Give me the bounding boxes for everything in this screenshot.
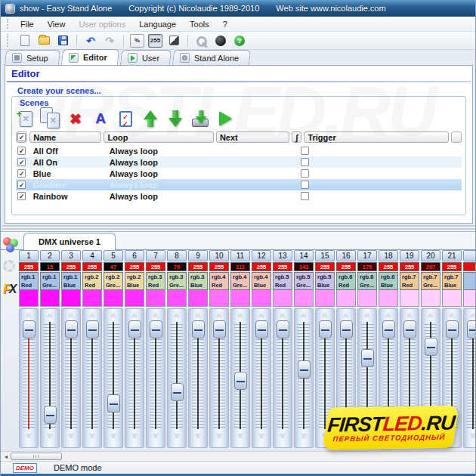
copy-scene-button[interactable]: ✕	[42, 108, 60, 129]
fader-thumb[interactable]	[425, 338, 437, 356]
fader-up-arrow[interactable]: ▲	[26, 311, 32, 320]
fader-track[interactable]	[464, 320, 476, 431]
move-scene-up-button[interactable]	[141, 108, 159, 129]
fader-track[interactable]	[83, 320, 101, 431]
column-header-trigger[interactable]: Trigger	[304, 131, 449, 143]
tab-stand-alone[interactable]: Stand Alone	[172, 50, 251, 65]
tab-editor[interactable]: Editor	[61, 49, 119, 65]
fader-up-arrow[interactable]: ▲	[385, 311, 392, 320]
redo-button[interactable]: ↷	[102, 33, 117, 48]
tab-setup[interactable]: Setup	[5, 50, 60, 65]
fader-down-arrow[interactable]: ▼	[470, 431, 476, 440]
channel-fader[interactable]: ▲ ▼	[230, 308, 250, 448]
delete-scene-button[interactable]: ✖	[66, 108, 85, 129]
scene-fade-checkbox[interactable]	[301, 147, 309, 155]
fader-thumb[interactable]	[277, 320, 289, 338]
channel-fader[interactable]: ▲ ▼	[463, 308, 476, 448]
fader-track[interactable]	[62, 320, 80, 431]
rename-scene-button[interactable]: A	[91, 108, 110, 129]
fader-track[interactable]	[125, 320, 144, 431]
scene-row[interactable]: Rainbow Always loop	[16, 190, 462, 202]
fader-thumb[interactable]	[86, 320, 99, 338]
fader-down-arrow[interactable]: ▼	[301, 431, 308, 440]
fader-thumb[interactable]	[446, 320, 459, 338]
open-file-button[interactable]	[36, 33, 51, 48]
new-file-button[interactable]	[17, 33, 32, 48]
channel-fader[interactable]: ▲ ▼	[61, 308, 81, 448]
panel-splitter[interactable]	[1, 225, 476, 231]
fader-up-arrow[interactable]: ▲	[68, 311, 75, 320]
fader-track[interactable]	[252, 320, 270, 431]
fader-up-arrow[interactable]: ▲	[470, 311, 476, 320]
percent-display-button[interactable]: %	[130, 34, 144, 48]
select-all-checkbox[interactable]	[17, 133, 26, 141]
fader-up-arrow[interactable]: ▲	[428, 311, 434, 320]
move-scene-down-button[interactable]	[166, 108, 184, 129]
fader-up-arrow[interactable]: ▲	[449, 311, 456, 320]
fader-track[interactable]	[20, 320, 38, 431]
dmx-ball-button[interactable]	[213, 33, 228, 48]
fader-down-arrow[interactable]: ▼	[258, 431, 265, 440]
column-header-next[interactable]: Next	[216, 131, 289, 143]
fader-track[interactable]	[41, 320, 59, 431]
fader-down-arrow[interactable]: ▼	[26, 431, 32, 440]
fader-thumb[interactable]	[128, 320, 141, 338]
fader-thumb[interactable]	[213, 320, 226, 338]
fader-up-arrow[interactable]: ▲	[216, 311, 223, 320]
scene-enabled-checkbox[interactable]	[17, 147, 26, 155]
scene-row[interactable]: All Off Always loop	[16, 145, 462, 156]
column-header-loop[interactable]: Loop	[104, 131, 213, 143]
column-header-name[interactable]: Name	[29, 131, 101, 143]
fader-up-arrow[interactable]: ▲	[406, 311, 413, 320]
fader-thumb[interactable]	[234, 372, 247, 390]
fader-up-arrow[interactable]: ▲	[110, 311, 117, 320]
scene-fade-checkbox[interactable]	[301, 169, 309, 178]
channel-fader[interactable]: ▲ ▼	[82, 308, 102, 448]
fader-thumb[interactable]	[382, 320, 395, 338]
channel-fader[interactable]: ▲ ▼	[273, 308, 292, 448]
scene-enabled-checkbox[interactable]	[17, 169, 26, 178]
channel-fader[interactable]: ▲ ▼	[125, 308, 144, 448]
fader-up-arrow[interactable]: ▲	[364, 311, 371, 320]
contrast-button[interactable]	[166, 33, 181, 48]
fx-icon[interactable]: FX	[3, 283, 18, 298]
fader-thumb[interactable]	[403, 320, 416, 338]
fader-down-arrow[interactable]: ▼	[89, 431, 96, 440]
undo-button[interactable]: ↶	[83, 33, 98, 48]
fader-up-arrow[interactable]: ▲	[237, 311, 244, 320]
fader-track[interactable]	[147, 320, 165, 431]
create-scenes-link[interactable]: Create your scenes...	[5, 82, 472, 95]
fader-down-arrow[interactable]: ▼	[280, 431, 286, 440]
fader-thumb[interactable]	[171, 383, 184, 401]
fader-down-arrow[interactable]: ▼	[131, 431, 138, 440]
scene-checklist-button[interactable]: ✓✓	[116, 108, 134, 129]
fader-thumb[interactable]	[467, 320, 476, 338]
fader-down-arrow[interactable]: ▼	[153, 431, 159, 440]
fader-track[interactable]	[210, 320, 228, 431]
fader-up-arrow[interactable]: ▲	[258, 311, 265, 320]
fader-track[interactable]	[168, 320, 186, 431]
select-all-header[interactable]	[16, 131, 27, 143]
scrollbar-thumb[interactable]	[11, 453, 62, 460]
menu-view[interactable]: View	[41, 18, 73, 30]
fader-down-arrow[interactable]: ▼	[195, 431, 202, 440]
new-scene-button[interactable]: ✕+	[17, 108, 35, 129]
fader-up-arrow[interactable]: ▲	[280, 311, 286, 320]
play-scene-button[interactable]	[216, 108, 234, 129]
channel-fader[interactable]: ▲ ▼	[252, 308, 271, 448]
fader-up-arrow[interactable]: ▲	[174, 311, 181, 320]
scene-row[interactable]: Gradient Always loop	[16, 179, 462, 190]
fader-thumb[interactable]	[44, 406, 57, 424]
fader-thumb[interactable]	[23, 320, 36, 338]
tools-key-button[interactable]	[194, 33, 209, 48]
help-button[interactable]: ?	[232, 33, 247, 48]
fader-track[interactable]	[231, 320, 249, 431]
fader-up-arrow[interactable]: ▲	[343, 311, 350, 320]
channel-fader[interactable]: ▲ ▼	[167, 308, 187, 448]
fader-track[interactable]	[274, 320, 292, 431]
fader-thumb[interactable]	[319, 320, 332, 338]
fader-down-arrow[interactable]: ▼	[216, 431, 223, 440]
color-palette-icon[interactable]	[3, 237, 18, 252]
fader-up-arrow[interactable]: ▲	[47, 311, 54, 320]
menu-tools[interactable]: Tools	[183, 18, 216, 30]
